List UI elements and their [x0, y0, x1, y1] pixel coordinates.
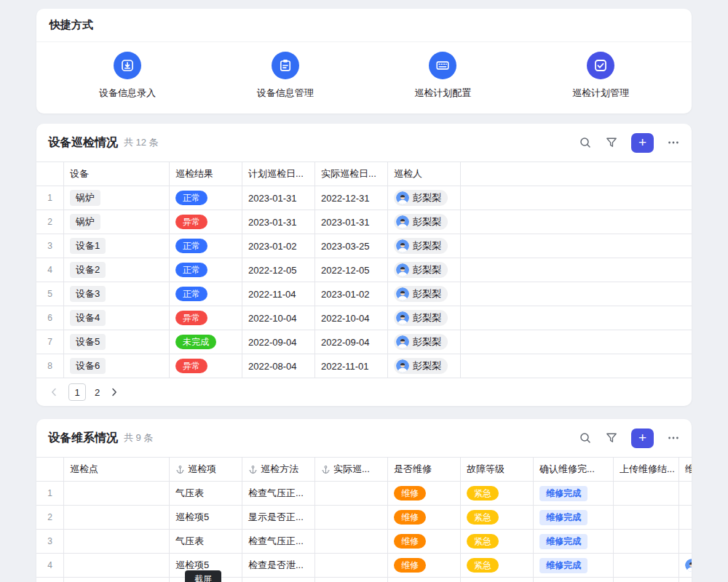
column-header-repair[interactable]: 是否维修 — [388, 458, 461, 481]
maintenance-row[interactable]: 3 气压表 检查气压正... 维修 紧急 维修完成 — [36, 530, 692, 554]
inspection-row[interactable]: 2 锅炉 异常 2023-01-31 2023-01-31 彭梨梨 — [36, 210, 692, 234]
shortcut-device-entry[interactable]: 设备信息录入 — [84, 52, 171, 100]
inspection-row[interactable]: 7 设备5 未完成 2022-09-04 2022-09-04 彭梨梨 — [36, 330, 692, 354]
column-header-point[interactable]: 巡检点 — [64, 458, 170, 481]
add-record-button[interactable]: + — [631, 133, 654, 153]
result-badge: 正常 — [175, 263, 207, 277]
prev-page-button[interactable] — [48, 386, 60, 398]
actual-cell — [315, 578, 388, 582]
page-2-button[interactable]: 2 — [95, 387, 100, 398]
planned-date-cell: 2022-10-04 — [242, 306, 315, 330]
column-header-item[interactable]: 巡检项 — [170, 458, 242, 481]
empty-cell — [461, 282, 692, 306]
confirm-repair-button[interactable]: 维修完成 — [539, 558, 587, 573]
device-entry-icon — [114, 52, 141, 79]
empty-cell — [461, 186, 692, 210]
inspector-name: 彭梨梨 — [413, 287, 441, 300]
method-cell: 显示是否正... — [242, 506, 315, 529]
shortcut-plan-manage[interactable]: 巡检计划管理 — [557, 52, 644, 100]
method-cell: 检查气压正... — [242, 482, 315, 505]
search-icon[interactable] — [579, 431, 592, 445]
confirm-cell: 维修完成 — [534, 530, 614, 553]
actual-date-cell: 2022-12-31 — [315, 186, 388, 210]
inspection-table: 设备 巡检结果 计划巡检日... 实际巡检日... 巡检人 1 锅炉 正常 20… — [36, 162, 692, 378]
column-header-level[interactable]: 故障等级 — [461, 458, 534, 481]
inspector-chip: 彭梨梨 — [394, 286, 448, 302]
maintenance-row[interactable]: 4 巡检项5 检查是否泄... 维修 紧急 维修完成 — [36, 554, 692, 578]
maintenance-row[interactable]: 1 气压表 检查气压正... 维修 紧急 维修完成 — [36, 482, 692, 506]
inspection-row[interactable]: 5 设备3 正常 2022-11-04 2023-01-02 彭梨梨 — [36, 282, 692, 306]
row-number: 3 — [36, 234, 64, 258]
confirm-cell: 维修完成 — [534, 554, 614, 577]
repair-badge: 维修 — [394, 486, 426, 501]
filter-icon[interactable] — [605, 136, 618, 149]
point-cell — [64, 578, 170, 582]
more-icon[interactable] — [667, 136, 680, 149]
row-number: 7 — [36, 330, 64, 354]
column-header-device[interactable]: 设备 — [64, 162, 170, 186]
item-cell: 巡检项5 — [170, 506, 242, 529]
column-header-result[interactable]: 巡检结果 — [170, 162, 242, 186]
inspector-cell: 彭梨梨 — [388, 282, 461, 306]
confirm-repair-button[interactable]: 维修完成 — [539, 534, 587, 549]
maintenance-table: 巡检点 巡检项 巡检方法 实际巡... 是否维修 故障等级 确认维修完... 上… — [36, 457, 692, 582]
shortcut-plan-config[interactable]: 巡检计划配置 — [399, 52, 486, 100]
shortcut-label: 巡检计划配置 — [414, 87, 471, 100]
point-cell — [64, 554, 170, 577]
result-cell: 异常 — [170, 354, 242, 378]
device-tag: 设备5 — [70, 334, 106, 350]
column-header-confirm[interactable]: 确认维修完... — [534, 458, 614, 481]
column-header-upload[interactable]: 上传维修结... — [614, 458, 679, 481]
row-number: 2 — [36, 210, 64, 234]
inspection-row[interactable]: 3 设备1 正常 2023-01-02 2023-03-25 彭梨梨 — [36, 234, 692, 258]
inspection-toolbar: + — [579, 133, 680, 153]
method-cell: 显示是否正... — [242, 578, 315, 582]
inspection-row[interactable]: 1 锅炉 正常 2023-01-31 2022-12-31 彭梨梨 — [36, 186, 692, 210]
planned-date-cell: 2022-12-05 — [242, 258, 315, 282]
repair-badge: 维修 — [394, 510, 426, 525]
empty-cell — [679, 506, 692, 529]
inspection-row[interactable]: 4 设备2 正常 2022-12-05 2022-12-05 彭梨梨 — [36, 258, 692, 282]
device-tag: 设备2 — [70, 262, 106, 278]
device-tag: 设备4 — [70, 310, 106, 326]
device-tag: 设备1 — [70, 238, 106, 254]
empty-cell — [461, 258, 692, 282]
empty-cell — [679, 530, 692, 553]
inspector-cell: 彭梨梨 — [388, 354, 461, 378]
column-header-actual[interactable]: 实际巡检日... — [315, 162, 388, 186]
page-1-button[interactable]: 1 — [68, 383, 86, 401]
maintenance-row[interactable]: 5 巡检项5 显示是否正... 维修 — [36, 578, 692, 582]
filter-icon[interactable] — [605, 431, 618, 445]
column-header-method[interactable]: 巡检方法 — [242, 458, 315, 481]
confirm-repair-button[interactable]: 维修完成 — [539, 486, 587, 501]
row-number: 5 — [36, 282, 64, 306]
inspection-row[interactable]: 6 设备4 异常 2022-10-04 2022-10-04 彭梨梨 — [36, 306, 692, 330]
maintenance-header: 设备维系情况 共 9 条 + — [36, 419, 692, 457]
empty-cell — [679, 482, 692, 505]
row-number: 4 — [36, 258, 64, 282]
empty-cell — [461, 330, 692, 354]
confirm-repair-button[interactable]: 维修完成 — [539, 510, 587, 525]
column-header-truncated[interactable]: 维 — [679, 458, 692, 481]
maintenance-row[interactable]: 2 巡检项5 显示是否正... 维修 紧急 维修完成 — [36, 506, 692, 530]
inspection-row[interactable]: 8 设备6 异常 2022-08-04 2022-11-01 彭梨梨 — [36, 354, 692, 378]
shortcut-device-manage[interactable]: 设备信息管理 — [242, 52, 329, 100]
column-header-inspector[interactable]: 巡检人 — [388, 162, 461, 186]
device-tag: 锅炉 — [70, 214, 100, 230]
clipboard-icon — [272, 52, 299, 79]
user-avatar — [396, 287, 409, 300]
add-record-button[interactable]: + — [631, 428, 654, 448]
column-header-planned[interactable]: 计划巡检日... — [242, 162, 315, 186]
more-icon[interactable] — [667, 431, 680, 445]
inspector-name: 彭梨梨 — [413, 215, 441, 228]
planned-date-cell: 2023-01-31 — [242, 210, 315, 234]
search-icon[interactable] — [579, 136, 592, 149]
row-number: 6 — [36, 306, 64, 330]
result-badge: 异常 — [175, 215, 207, 229]
row-number: 1 — [36, 482, 64, 505]
column-header-actual[interactable]: 实际巡... — [315, 458, 388, 481]
confirm-cell: 维修完成 — [534, 482, 614, 505]
inspector-chip: 彭梨梨 — [394, 334, 448, 350]
check-square-icon — [587, 52, 614, 79]
next-page-button[interactable] — [108, 386, 120, 398]
